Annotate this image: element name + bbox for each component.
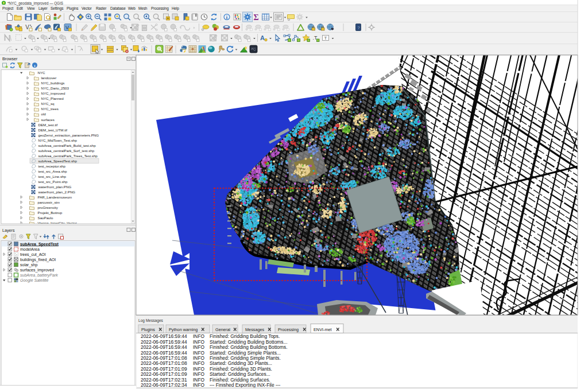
svg-text:Settings: Settings	[51, 6, 64, 11]
svg-text:Plugins: Plugins	[67, 6, 79, 11]
svg-text:geoZenvi_extraction_parameters: geoZenvi_extraction_parameters.PNG	[38, 133, 99, 137]
svg-text:V: V	[65, 25, 69, 30]
svg-text:Mesh: Mesh	[138, 6, 148, 10]
svg-text:Started: Gridding Surfaces...: Started: Gridding Surfaces...	[210, 371, 270, 377]
svg-text:General: General	[215, 327, 230, 332]
svg-text:parcusstr_sim: parcusstr_sim	[38, 200, 60, 204]
svg-text:INFO: INFO	[193, 382, 204, 388]
svg-text:test_src_Point.shp: test_src_Point.shp	[38, 180, 68, 184]
svg-text:buildings_fixed_AOI: buildings_fixed_AOI	[20, 258, 56, 262]
svg-text:A: A	[260, 34, 265, 41]
svg-text:NYC_trees: NYC_trees	[41, 107, 59, 111]
svg-text:subArea_SpeedTest: subArea_SpeedTest	[20, 242, 59, 247]
svg-text:Plugins: Plugins	[141, 327, 155, 332]
svg-text:PAR_Landesmuseum: PAR_Landesmuseum	[38, 195, 72, 199]
svg-text:DEM_test_UTM.tif: DEM_test_UTM.tif	[38, 128, 68, 132]
svg-text:Raster: Raster	[96, 6, 107, 10]
svg-text:test_src_Line.shp: test_src_Line.shp	[38, 174, 67, 178]
svg-text:Project: Project	[2, 6, 14, 11]
svg-text:View: View	[27, 6, 35, 10]
svg-text:Finished: Gridding Building Bo: Finished: Gridding Building Bottoms.	[210, 344, 287, 350]
svg-text:trees_cut_AOI: trees_cut_AOI	[20, 252, 46, 257]
svg-text:proGreencity: proGreencity	[38, 205, 59, 209]
svg-text:2022-06-09T16:59:44: 2022-06-09T16:59:44	[141, 344, 187, 350]
svg-text:subArea_batteryPark: subArea_batteryPark	[20, 273, 58, 278]
svg-text:NYC_sq: NYC_sq	[41, 102, 55, 106]
svg-text:modelArea: modelArea	[20, 247, 40, 251]
svg-text:waterfront_plan_2.PNG: waterfront_plan_2.PNG	[38, 190, 76, 194]
svg-text:V: V	[25, 24, 29, 30]
svg-text:surfaces: surfaces	[41, 118, 55, 122]
svg-text:Log Messages: Log Messages	[138, 318, 164, 323]
svg-text:Vector: Vector	[82, 6, 92, 10]
svg-text:Layers: Layers	[2, 228, 15, 233]
svg-text:subArea_SpeedTest.shp: subArea_SpeedTest.shp	[38, 159, 78, 163]
svg-text:NYC_Dario_2503: NYC_Dario_2503	[41, 86, 69, 90]
svg-text:i: i	[34, 64, 36, 68]
svg-text:Messages: Messages	[245, 327, 265, 332]
svg-text:subArea_centralPark_Trees_Test: subArea_centralPark_Trees_Test.shp	[38, 154, 98, 158]
svg-text:ENVI-met: ENVI-met	[314, 327, 332, 332]
svg-text:2022-06-09T17:01:09: 2022-06-09T17:01:09	[141, 371, 187, 377]
svg-text:Processing: Processing	[278, 327, 299, 332]
svg-text:subArea_centralPark_Surf_test.: subArea_centralPark_Surf_test.shp	[38, 149, 95, 153]
svg-text:test_receptor.shp: test_receptor.shp	[38, 164, 66, 168]
svg-text:SaoPaulo: SaoPaulo	[38, 216, 53, 220]
svg-text:waterfront_plan.PNG: waterfront_plan.PNG	[38, 185, 72, 189]
svg-text:Python warning: Python warning	[169, 327, 198, 332]
svg-text:DEM_test.tif: DEM_test.tif	[38, 123, 58, 127]
svg-text:NYC_Planned: NYC_Planned	[41, 96, 64, 100]
svg-text:test_src_Area.shp: test_src_Area.shp	[38, 169, 67, 173]
svg-text:Google Satellite: Google Satellite	[20, 278, 49, 283]
svg-text:2022-06-09T17:02:34: 2022-06-09T17:02:34	[141, 382, 187, 388]
svg-text:subArea_centralPark_Build_test: subArea_centralPark_Build_test.shp	[38, 143, 96, 147]
svg-text:INFO: INFO	[193, 344, 204, 350]
svg-text:Edit: Edit	[17, 6, 23, 10]
svg-text:?: ?	[357, 25, 360, 30]
svg-text:Help: Help	[172, 6, 179, 11]
svg-text:INFO: INFO	[193, 371, 204, 377]
svg-text:NYC: NYC	[38, 71, 46, 75]
svg-text:surfaces_improved: surfaces_improved	[20, 268, 54, 273]
svg-text:--- Finished Exporting INX-Fil: --- Finished Exporting INX-File ---	[210, 382, 281, 388]
svg-text:Browser: Browser	[2, 56, 18, 61]
svg-text:Web: Web	[128, 6, 136, 10]
svg-text:old: old	[41, 112, 47, 116]
svg-text:Processing: Processing	[151, 6, 169, 11]
svg-text:Σ: Σ	[253, 13, 258, 22]
svg-text:solar_shp: solar_shp	[20, 263, 37, 267]
svg-text:T: T	[324, 36, 327, 41]
svg-text:NYC_improved: NYC_improved	[41, 91, 66, 95]
svg-text:Layer: Layer	[38, 6, 48, 11]
svg-text:landcover: landcover	[41, 76, 57, 80]
svg-text:NYC_buildings: NYC_buildings	[41, 81, 65, 85]
svg-text:Projekt_Bottrop: Projekt_Bottrop	[38, 211, 63, 215]
svg-text:NYC_MidTown_Test.shp: NYC_MidTown_Test.shp	[38, 138, 78, 142]
svg-text:Database: Database	[110, 6, 126, 10]
